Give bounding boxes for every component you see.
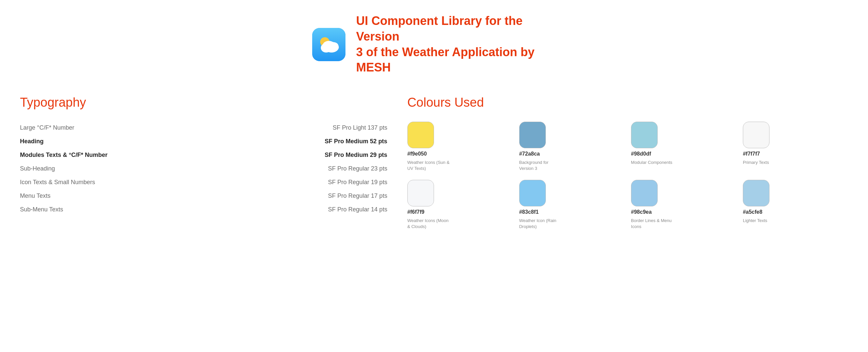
type-row-2: Modules Texts & °C/F* Number SF Pro Medi… (20, 149, 388, 161)
type-value-0: SF Pro Light 137 pts (333, 124, 388, 131)
colour-item-5: #83c8f1 Weather Icon (Rain Droplets) (519, 180, 624, 230)
type-row-0: Large °C/F* Number SF Pro Light 137 pts (20, 122, 388, 134)
app-icon (312, 28, 345, 61)
colour-desc-2: Modular Components (631, 160, 672, 166)
main-content: Typography Large °C/F* Number SF Pro Lig… (20, 95, 848, 230)
type-value-2: SF Pro Medium 29 pts (325, 151, 388, 159)
type-value-3: SF Pro Regular 23 pts (328, 165, 388, 172)
type-row-5: Menu Texts SF Pro Regular 17 pts (20, 190, 388, 202)
typography-rows: Large °C/F* Number SF Pro Light 137 pts … (20, 122, 388, 216)
colour-desc-5: Weather Icon (Rain Droplets) (519, 218, 562, 230)
colour-swatch-5 (519, 180, 546, 206)
colour-item-4: #f6f7f9 Weather Icons (Moon & Clouds) (407, 180, 513, 230)
type-label-1: Heading (20, 138, 43, 145)
colours-section: Colours Used #f9e050 Weather Icons (Sun … (407, 95, 848, 230)
colour-item-6: #98c9ea Border Lines & Menu Icons (631, 180, 736, 230)
type-value-1: SF Pro Medium 52 pts (325, 138, 388, 145)
colour-hex-1: #72a8ca (519, 151, 540, 157)
colour-swatch-3 (743, 122, 770, 148)
header: UI Component Library for the Version 3 o… (20, 13, 848, 75)
colour-swatch-2 (631, 122, 658, 148)
colour-desc-4: Weather Icons (Moon & Clouds) (407, 218, 451, 230)
colour-hex-5: #83c8f1 (519, 209, 539, 215)
type-label-2: Modules Texts & °C/F* Number (20, 151, 107, 159)
type-label-6: Sub-Menu Texts (20, 206, 63, 213)
colour-hex-6: #98c9ea (631, 209, 652, 215)
colour-item-2: #98d0df Modular Components (631, 122, 736, 172)
colour-swatch-1 (519, 122, 546, 148)
colour-item-3: #f7f7f7 Primary Texts (743, 122, 848, 172)
type-value-6: SF Pro Regular 14 pts (328, 206, 388, 213)
type-row-1: Heading SF Pro Medium 52 pts (20, 135, 388, 148)
colour-swatch-6 (631, 180, 658, 206)
colours-section-title: Colours Used (407, 95, 848, 110)
colour-desc-3: Primary Texts (743, 160, 769, 166)
type-row-4: Icon Texts & Small Numbers SF Pro Regula… (20, 176, 388, 188)
colour-swatch-4 (407, 180, 434, 206)
colour-hex-3: #f7f7f7 (743, 151, 760, 157)
colour-swatch-0 (407, 122, 434, 148)
colour-hex-2: #98d0df (631, 151, 651, 157)
colour-desc-0: Weather Icons (Sun & UV Texts) (407, 160, 451, 172)
type-value-5: SF Pro Regular 17 pts (328, 192, 388, 200)
type-label-4: Icon Texts & Small Numbers (20, 179, 95, 186)
type-value-4: SF Pro Regular 19 pts (328, 179, 388, 186)
colour-hex-4: #f6f7f9 (407, 209, 425, 215)
colour-hex-7: #a5cfe8 (743, 209, 763, 215)
svg-point-5 (323, 41, 335, 49)
colour-grid: #f9e050 Weather Icons (Sun & UV Texts) #… (407, 122, 848, 230)
typography-section-title: Typography (20, 95, 388, 110)
colour-item-1: #72a8ca Background for Version 3 (519, 122, 624, 172)
colour-swatch-7 (743, 180, 770, 206)
type-label-3: Sub-Heading (20, 165, 55, 172)
colour-hex-0: #f9e050 (407, 151, 427, 157)
type-row-6: Sub-Menu Texts SF Pro Regular 14 pts (20, 203, 388, 216)
colour-desc-1: Background for Version 3 (519, 160, 562, 172)
type-label-0: Large °C/F* Number (20, 124, 74, 131)
type-row-3: Sub-Heading SF Pro Regular 23 pts (20, 163, 388, 175)
typography-section: Typography Large °C/F* Number SF Pro Lig… (20, 95, 388, 230)
colour-desc-7: Lighter Texts (743, 218, 767, 224)
colour-desc-6: Border Lines & Menu Icons (631, 218, 674, 230)
colour-item-0: #f9e050 Weather Icons (Sun & UV Texts) (407, 122, 513, 172)
header-title: UI Component Library for the Version 3 o… (356, 13, 556, 75)
colour-item-7: #a5cfe8 Lighter Texts (743, 180, 848, 230)
type-label-5: Menu Texts (20, 192, 51, 200)
